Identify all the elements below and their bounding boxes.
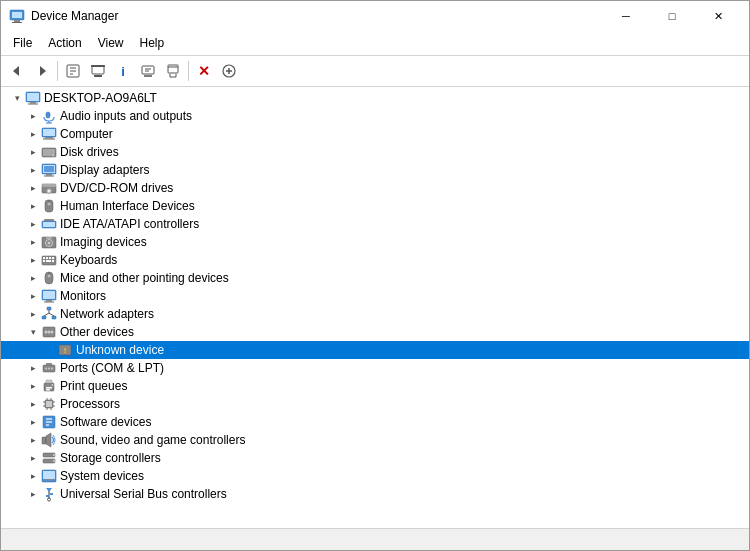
tree-item-mouse[interactable]: Mice and other pointing devices xyxy=(1,269,749,287)
software-label: Software devices xyxy=(60,415,151,429)
svg-rect-45 xyxy=(42,184,56,187)
tree-item-disk[interactable]: Disk drives xyxy=(1,143,749,161)
svg-rect-57 xyxy=(46,237,52,239)
svg-rect-26 xyxy=(27,93,39,101)
ports-expander[interactable] xyxy=(25,360,41,376)
audio-expander[interactable] xyxy=(25,108,41,124)
usb-expander[interactable] xyxy=(25,486,41,502)
computer-icon xyxy=(25,90,41,106)
network-icon xyxy=(41,306,57,322)
menu-file[interactable]: File xyxy=(5,33,40,53)
menu-help[interactable]: Help xyxy=(132,33,173,53)
svg-rect-70 xyxy=(43,291,55,299)
device-manager-window: Device Manager ─ □ ✕ File Action View He… xyxy=(0,0,750,551)
scan-button[interactable]: ✕ xyxy=(192,59,216,83)
mouse-label: Mice and other pointing devices xyxy=(60,271,229,285)
storage-expander[interactable] xyxy=(25,450,41,466)
app-icon xyxy=(9,8,25,24)
display-icon xyxy=(41,162,57,178)
svg-rect-121 xyxy=(50,493,53,495)
print-expander[interactable] xyxy=(25,378,41,394)
info-button[interactable]: i xyxy=(111,59,135,83)
svg-rect-17 xyxy=(168,65,178,73)
uninstall-button[interactable] xyxy=(161,59,185,83)
tree-item-monitor[interactable]: Monitors xyxy=(1,287,749,305)
tree-item-computer[interactable]: Computer xyxy=(1,125,749,143)
software-expander[interactable] xyxy=(25,414,41,430)
tree-item-print[interactable]: Print queues xyxy=(1,377,749,395)
minimize-button[interactable]: ─ xyxy=(603,1,649,31)
tree-item-keyboard[interactable]: Keyboards xyxy=(1,251,749,269)
display-label: Display adapters xyxy=(60,163,149,177)
svg-rect-1 xyxy=(12,12,22,18)
device-tree[interactable]: DESKTOP-AO9A6LT Audio inputs and outputs xyxy=(1,87,749,528)
svg-point-94 xyxy=(52,384,54,386)
tree-item-dvd[interactable]: DVD/CD-ROM drives xyxy=(1,179,749,197)
svg-rect-3 xyxy=(12,22,22,23)
network-expander[interactable] xyxy=(25,306,41,322)
svg-rect-27 xyxy=(30,102,36,104)
svg-point-113 xyxy=(53,454,55,456)
svg-rect-120 xyxy=(46,495,49,497)
ide-expander[interactable] xyxy=(25,216,41,232)
svg-rect-60 xyxy=(46,257,48,259)
imaging-expander[interactable] xyxy=(25,234,41,250)
monitor-expander[interactable] xyxy=(25,288,41,304)
other-label: Other devices xyxy=(60,325,134,339)
tree-item-other[interactable]: Other devices xyxy=(1,323,749,341)
tree-item-software[interactable]: Software devices xyxy=(1,413,749,431)
svg-rect-96 xyxy=(46,401,52,407)
close-button[interactable]: ✕ xyxy=(695,1,741,31)
svg-rect-10 xyxy=(92,66,104,74)
computer-expander[interactable] xyxy=(25,126,41,142)
tree-item-imaging[interactable]: Imaging devices xyxy=(1,233,749,251)
print-label: Print queues xyxy=(60,379,127,393)
svg-rect-43 xyxy=(44,166,54,172)
sound-expander[interactable] xyxy=(25,432,41,448)
dvd-expander[interactable] xyxy=(25,180,41,196)
tree-root[interactable]: DESKTOP-AO9A6LT xyxy=(1,89,749,107)
svg-text:!: ! xyxy=(64,346,67,355)
svg-point-81 xyxy=(48,331,51,334)
tree-item-usb[interactable]: Universal Serial Bus controllers xyxy=(1,485,749,503)
tree-item-storage[interactable]: Storage controllers xyxy=(1,449,749,467)
update-driver-button[interactable] xyxy=(86,59,110,83)
hid-expander[interactable] xyxy=(25,198,41,214)
tree-item-ide[interactable]: IDE ATA/ATAPI controllers xyxy=(1,215,749,233)
keyboard-expander[interactable] xyxy=(25,252,41,268)
system-expander[interactable] xyxy=(25,468,41,484)
mouse-icon xyxy=(41,270,57,286)
tree-item-hid[interactable]: Human Interface Devices xyxy=(1,197,749,215)
tree-item-display[interactable]: Display adapters xyxy=(1,161,749,179)
mouse-expander[interactable] xyxy=(25,270,41,286)
tree-item-sound[interactable]: Sound, video and game controllers xyxy=(1,431,749,449)
svg-rect-34 xyxy=(45,137,53,139)
svg-rect-2 xyxy=(14,20,20,22)
tree-item-system[interactable]: System devices xyxy=(1,467,749,485)
maximize-button[interactable]: □ xyxy=(649,1,695,31)
forward-button[interactable] xyxy=(30,59,54,83)
tree-item-processor[interactable]: Processors xyxy=(1,395,749,413)
svg-point-88 xyxy=(51,368,53,370)
keyboard-icon xyxy=(41,252,57,268)
menu-action[interactable]: Action xyxy=(40,33,89,53)
other-expander[interactable] xyxy=(25,324,41,340)
add-legacy-button[interactable] xyxy=(217,59,241,83)
tree-item-unknown[interactable]: ! Unknown device xyxy=(1,341,749,359)
tree-item-network[interactable]: Network adapters xyxy=(1,305,749,323)
back-button[interactable] xyxy=(5,59,29,83)
tree-item-audio[interactable]: Audio inputs and outputs xyxy=(1,107,749,125)
root-expander[interactable] xyxy=(9,90,25,106)
display-expander[interactable] xyxy=(25,162,41,178)
properties-button[interactable] xyxy=(61,59,85,83)
processor-expander[interactable] xyxy=(25,396,41,412)
svg-rect-71 xyxy=(46,300,52,302)
unknown-label: Unknown device xyxy=(76,343,164,357)
disable-button[interactable] xyxy=(136,59,160,83)
svg-rect-52 xyxy=(43,222,55,227)
tree-item-ports[interactable]: Ports (COM & LPT) xyxy=(1,359,749,377)
disk-expander[interactable] xyxy=(25,144,41,160)
svg-marker-110 xyxy=(46,433,51,447)
window-title: Device Manager xyxy=(31,9,603,23)
menu-view[interactable]: View xyxy=(90,33,132,53)
